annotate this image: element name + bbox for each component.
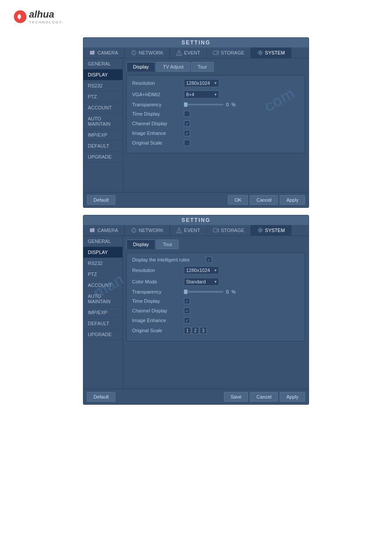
time-display-checkbox[interactable]: [184, 111, 190, 117]
sidebar-item-upgrade[interactable]: UPGRADE: [83, 152, 122, 163]
sidebar-item-default[interactable]: DEFAULT: [83, 141, 122, 152]
panel2-nav-tabs: CAMERA NETWORK EVENT STORAGE SYSTEM: [83, 225, 309, 236]
sub-tab-tour[interactable]: Tour: [191, 62, 213, 72]
color-mode-select[interactable]: Standard: [184, 278, 219, 286]
image-enhance-checkbox[interactable]: [184, 130, 190, 136]
p2-original-scale-label: Original Scale: [132, 328, 180, 333]
svg-point-24: [259, 229, 261, 232]
p2-transparency-track[interactable]: [184, 291, 223, 293]
storage-icon: [213, 50, 219, 56]
transparency-row: Transparency 0 %: [132, 102, 299, 107]
panel2-nav-tab-camera[interactable]: CAMERA: [83, 225, 125, 236]
p2-sidebar-item-imp-exp[interactable]: IMP/EXP: [83, 307, 122, 318]
color-mode-label: Color Mode: [132, 279, 180, 284]
p2-sidebar-item-default[interactable]: DEFAULT: [83, 318, 122, 329]
p2-scale-box-3[interactable]: 3: [200, 327, 207, 334]
vga-hdmi2-label: VGA+HDMI2: [132, 92, 180, 97]
nav-tab-network[interactable]: NETWORK: [125, 47, 170, 58]
p2-image-enhance-label: Image Enhance: [132, 318, 180, 323]
sidebar-item-ptz[interactable]: PTZ: [83, 91, 122, 102]
panel1-apply-button[interactable]: Apply: [280, 195, 305, 205]
nav-tab-storage[interactable]: STORAGE: [207, 47, 251, 58]
vga-hdmi2-select-wrapper[interactable]: 8+4: [184, 91, 219, 98]
panel2-apply-button[interactable]: Apply: [280, 392, 305, 402]
panel2-title: SETTING: [83, 215, 309, 225]
panel1-cancel-button[interactable]: Cancel: [250, 195, 278, 205]
p2-resolution-select-wrapper[interactable]: 1280x1024: [184, 266, 219, 274]
p2-transparency-value: 0: [226, 289, 229, 294]
p2-scale-box-1[interactable]: 1: [184, 327, 191, 334]
p2-channel-display-checkbox[interactable]: [184, 308, 190, 314]
p2-sidebar-item-account[interactable]: ACCOUNT: [83, 280, 122, 291]
panel2-save-button[interactable]: Save: [224, 392, 248, 402]
svg-point-21: [179, 232, 180, 232]
transparency-track[interactable]: [184, 104, 223, 105]
p2-transparency-label: Transparency: [132, 289, 180, 294]
display-intelligent-checkbox[interactable]: [206, 257, 212, 263]
resolution-select[interactable]: 1280x1024: [184, 79, 219, 87]
original-scale-checkbox[interactable]: [184, 140, 190, 146]
logo-area: alhua TECHNOLOGY: [0, 0, 392, 33]
time-display-label: Time Display: [132, 111, 180, 116]
vga-hdmi2-select[interactable]: 8+4: [184, 91, 219, 98]
time-display-row: Time Display: [132, 111, 299, 117]
panel1-default-button[interactable]: Default: [87, 195, 115, 205]
transparency-slider-container: 0 %: [184, 102, 236, 107]
p2-sidebar-item-general[interactable]: GENERAL: [83, 236, 122, 247]
p2-sidebar-item-ptz[interactable]: PTZ: [83, 269, 122, 280]
panel2-cancel-button[interactable]: Cancel: [250, 392, 278, 402]
sub-tab-display[interactable]: Display: [126, 62, 155, 72]
panel2-nav-tab-event[interactable]: EVENT: [170, 225, 207, 236]
resolution-select-wrapper[interactable]: 1280x1024: [184, 79, 219, 87]
sidebar-item-general[interactable]: GENERAL: [83, 58, 122, 69]
logo-brand-text: alhua: [29, 9, 54, 20]
nav-tab-system[interactable]: SYSTEM: [251, 47, 291, 58]
panel1-body: GENERAL DISPLAY RS232 PTZ ACCOUNT AUTO M…: [83, 58, 309, 192]
logo-sub-text: TECHNOLOGY: [29, 20, 62, 24]
p2-resolution-select[interactable]: 1280x1024: [184, 266, 219, 274]
setting-panel-1: com SETTING CAMERA NETWORK EVENT STORAGE: [83, 37, 309, 208]
panel1-sub-tabs: Display TV Adjust Tour: [126, 62, 305, 72]
panel2-nav-tab-network[interactable]: NETWORK: [125, 225, 170, 236]
panel1-ok-button[interactable]: OK: [228, 195, 248, 205]
panels-wrapper: com SETTING CAMERA NETWORK EVENT STORAGE: [0, 33, 392, 418]
transparency-label: Transparency: [132, 102, 180, 107]
p2-sidebar-item-display[interactable]: DISPLAY: [83, 247, 122, 258]
sidebar-item-account[interactable]: ACCOUNT: [83, 102, 122, 113]
p2-sub-tab-tour[interactable]: Tour: [156, 239, 179, 249]
p2-sidebar-item-rs232[interactable]: RS232: [83, 258, 122, 269]
channel-display-checkbox[interactable]: [184, 120, 190, 127]
sidebar-item-imp-exp[interactable]: IMP/EXP: [83, 130, 122, 141]
p2-sidebar-item-upgrade[interactable]: UPGRADE: [83, 329, 122, 340]
nav-tab-event[interactable]: EVENT: [170, 47, 207, 58]
setting-panel-2: man SETTING CAMERA NETWORK EVENT STORAGE: [83, 215, 309, 405]
panel2-nav-tab-system[interactable]: SYSTEM: [251, 225, 291, 236]
panel1-nav-tabs: CAMERA NETWORK EVENT STORAGE SYSTEM: [83, 47, 309, 58]
p2-original-scale-boxes: 1 2 3: [184, 327, 207, 334]
panel2-default-button[interactable]: Default: [87, 392, 115, 402]
color-mode-select-wrapper[interactable]: Standard: [184, 278, 219, 286]
p2-scale-box-2[interactable]: 2: [192, 327, 199, 334]
sidebar-item-rs232[interactable]: RS232: [83, 80, 122, 91]
sub-tab-tv-adjust[interactable]: TV Adjust: [156, 62, 190, 72]
sidebar-item-display[interactable]: DISPLAY: [83, 69, 122, 80]
transparency-thumb[interactable]: [184, 102, 187, 107]
p2-system-icon: [257, 227, 263, 233]
camera-icon: [90, 50, 96, 56]
nav-tab-camera[interactable]: CAMERA: [83, 47, 125, 58]
p2-time-display-checkbox[interactable]: [184, 298, 190, 304]
dahua-logo-icon: [13, 10, 27, 24]
svg-point-9: [179, 54, 180, 55]
resolution-row: Resolution 1280x1024: [132, 79, 299, 87]
p2-sidebar-item-auto-maintain[interactable]: AUTO MAINTAIN: [83, 291, 122, 307]
svg-rect-3: [93, 51, 94, 51]
p2-channel-display-label: Channel Display: [132, 308, 180, 313]
spacer1: [126, 153, 305, 189]
p2-sub-tab-display[interactable]: Display: [126, 239, 155, 249]
sidebar-item-auto-maintain[interactable]: AUTO MAINTAIN: [83, 113, 122, 130]
panel2-nav-tab-storage[interactable]: STORAGE: [207, 225, 251, 236]
image-enhance-row: Image Enhance: [132, 130, 299, 136]
channel-display-row: Channel Display: [132, 120, 299, 127]
p2-transparency-thumb[interactable]: [184, 290, 187, 294]
p2-image-enhance-checkbox[interactable]: [184, 317, 190, 323]
